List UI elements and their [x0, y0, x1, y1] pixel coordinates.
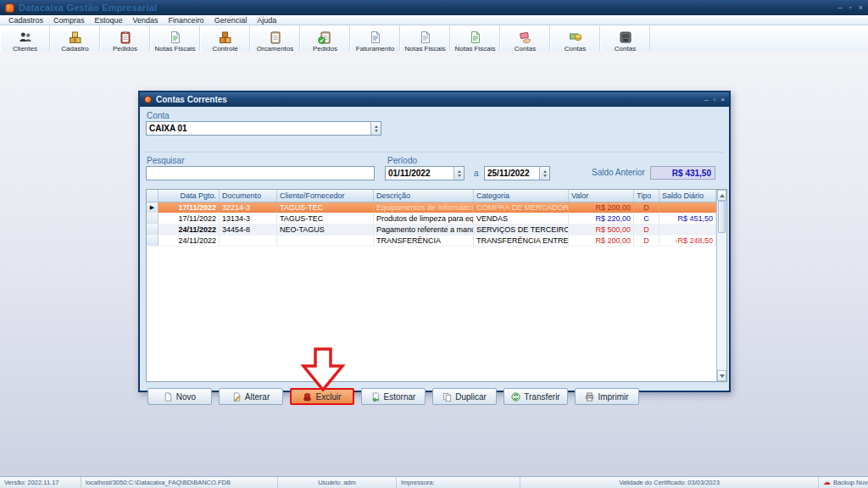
- cell-documento: 13134-3: [220, 214, 277, 224]
- periodo-between-label: a: [474, 169, 479, 178]
- clientes-fornecedores-icon: [19, 30, 32, 44]
- column-header-valor[interactable]: Valor: [569, 190, 634, 202]
- estornar-icon: [371, 392, 381, 402]
- cell-categoria: TRANSFERÊNCIA ENTRE CON: [474, 236, 569, 246]
- dialog-logo-icon: [144, 96, 152, 103]
- cell-valor: R$ 220,00: [569, 214, 634, 224]
- column-header-documento[interactable]: Documento: [220, 190, 277, 202]
- cell-descricao: Pagamento referente a manuten: [374, 225, 474, 235]
- contas-a-pagar-icon: [519, 30, 532, 44]
- alterar-button[interactable]: Alterar: [219, 388, 283, 405]
- saldo-anterior-value: R$ 431,50: [672, 169, 711, 178]
- periodo-from-value: 01/11/2022: [388, 169, 431, 178]
- cell-saldo: [659, 202, 716, 213]
- app-maximize-button[interactable]: ▫: [849, 4, 852, 12]
- dialog-maximize-button[interactable]: ▫: [713, 97, 715, 103]
- grid-rows: ▶17/11/202232214-3TAGUS-TECEquipamentos …: [147, 202, 716, 247]
- table-row[interactable]: 24/11/202234454-8NEO-TAGUSPagamento refe…: [147, 225, 716, 236]
- grid-main: Data Pgto.DocumentoCliente/FornecedorDes…: [147, 190, 716, 381]
- scroll-up-icon[interactable]: [717, 190, 726, 201]
- grid-header-row: Data Pgto.DocumentoCliente/FornecedorDes…: [147, 190, 716, 202]
- vertical-scrollbar[interactable]: [716, 190, 726, 381]
- conta-label: Conta: [147, 111, 170, 120]
- menu-item-cadastros[interactable]: Cadastros: [3, 16, 48, 25]
- cell-data: 24/11/2022: [159, 225, 220, 235]
- contas-correntes-window: Contas Correntes – ▫ × Conta CAIXA 01 Pe…: [138, 91, 731, 392]
- cell-cliente: [277, 236, 374, 246]
- app-minimize-button[interactable]: –: [838, 4, 843, 12]
- cell-saldo: -R$ 248,50: [659, 236, 716, 246]
- orcamentos-venda-icon: [269, 30, 282, 44]
- row-gutter: [147, 225, 159, 235]
- table-row[interactable]: ▶17/11/202232214-3TAGUS-TECEquipamentos …: [147, 202, 716, 214]
- row-gutter: [147, 236, 159, 246]
- duplicar-icon: [442, 392, 452, 402]
- periodo-to-input[interactable]: 25/11/2022: [484, 166, 550, 180]
- grid-corner[interactable]: [147, 190, 159, 202]
- alterar-icon: [232, 392, 242, 402]
- row-gutter: [147, 214, 159, 224]
- menu-bar: CadastrosComprasEstoqueVendasFinanceiroG…: [0, 15, 868, 25]
- imprimir-button[interactable]: Imprimir: [575, 388, 639, 405]
- pedidos-venda-icon: [319, 30, 332, 44]
- contas-correntes-icon: [619, 30, 632, 44]
- menu-item-ajuda[interactable]: Ajuda: [252, 16, 281, 25]
- conta-value: CAIXA 01: [149, 124, 187, 133]
- cell-cliente: TAGUS-TEC: [277, 214, 374, 224]
- menu-item-vendas[interactable]: Vendas: [128, 16, 164, 25]
- pedidos-compra-icon: [119, 30, 132, 44]
- column-header-saldo[interactable]: Saldo Diário: [659, 190, 716, 202]
- saldo-anterior-field: R$ 431,50: [650, 166, 715, 180]
- cell-valor: R$ 200,00: [569, 202, 634, 213]
- cell-documento: 32214-3: [220, 202, 277, 213]
- cadastro-produtos-icon: [69, 30, 82, 44]
- selected-row-marker: ▶: [147, 202, 159, 213]
- column-header-cliente[interactable]: Cliente/Fornecedor: [277, 190, 374, 202]
- dialog-minimize-button[interactable]: –: [704, 97, 708, 103]
- duplicar-button[interactable]: Duplicar: [432, 388, 497, 405]
- cell-tipo: C: [634, 214, 659, 224]
- status-printer: Impressora:: [397, 477, 520, 488]
- cell-tipo: D: [634, 202, 659, 213]
- cell-cliente: TAGUS-TEC: [277, 202, 374, 213]
- periodo-to-spinner-icon[interactable]: [539, 167, 549, 180]
- cell-saldo: [659, 225, 716, 235]
- cloud-backup-icon: ☁: [823, 479, 831, 486]
- status-backup[interactable]: ☁ Backup Nuvem: [819, 477, 868, 488]
- column-header-descricao[interactable]: Descrição: [374, 190, 474, 202]
- dialog-titlebar[interactable]: Contas Correntes – ▫ ×: [140, 92, 729, 107]
- column-header-tipo[interactable]: Tipo: [634, 190, 659, 202]
- app-close-button[interactable]: ×: [859, 4, 863, 12]
- dialog-body: Conta CAIXA 01 Pesquisar Período 01/11/2…: [140, 107, 729, 391]
- scroll-down-icon[interactable]: [717, 370, 726, 381]
- transactions-grid: Data Pgto.DocumentoCliente/FornecedorDes…: [146, 189, 727, 382]
- controle-estoque-icon: [219, 30, 232, 44]
- scrollbar-thumb[interactable]: [718, 201, 726, 233]
- menu-item-financeiro[interactable]: Financeiro: [164, 16, 209, 25]
- pesquisar-label: Pesquisar: [147, 156, 184, 165]
- menu-item-estoque[interactable]: Estoque: [90, 16, 128, 25]
- dialog-title: Contas Correntes: [156, 95, 227, 104]
- menu-item-compras[interactable]: Compras: [48, 16, 90, 25]
- contas-a-receber-icon: [569, 30, 582, 44]
- novo-icon: [164, 392, 173, 402]
- conta-spinner-icon[interactable]: [370, 122, 381, 135]
- conta-combobox[interactable]: CAIXA 01: [146, 121, 381, 136]
- cell-valor: R$ 500,00: [569, 225, 634, 235]
- status-certificate: Validade do Certificado: 03/03/2023: [520, 477, 819, 488]
- dialog-close-button[interactable]: ×: [721, 97, 725, 103]
- pesquisar-input[interactable]: [146, 166, 375, 180]
- novo-button[interactable]: Novo: [147, 388, 212, 405]
- transferir-button[interactable]: Transferir: [504, 388, 568, 405]
- periodo-from-input[interactable]: 01/11/2022: [385, 166, 465, 180]
- menu-item-gerencial[interactable]: Gerencial: [209, 16, 253, 25]
- periodo-from-spinner-icon[interactable]: [453, 167, 464, 180]
- status-bar: Versão: 2022.11.17 localhost/3050:C:\Dat…: [0, 476, 868, 488]
- column-header-data[interactable]: Data Pgto.: [159, 190, 220, 202]
- estornar-button[interactable]: Estornar: [361, 388, 426, 405]
- faturamento-contratos-icon: [369, 30, 382, 44]
- column-header-categoria[interactable]: Categoria: [474, 190, 569, 202]
- table-row[interactable]: 17/11/202213134-3TAGUS-TECProdutos de li…: [147, 214, 716, 225]
- cell-tipo: D: [634, 236, 659, 246]
- table-row[interactable]: 24/11/2022TRANSFERÊNCIATRANSFERÊNCIA ENT…: [147, 236, 716, 247]
